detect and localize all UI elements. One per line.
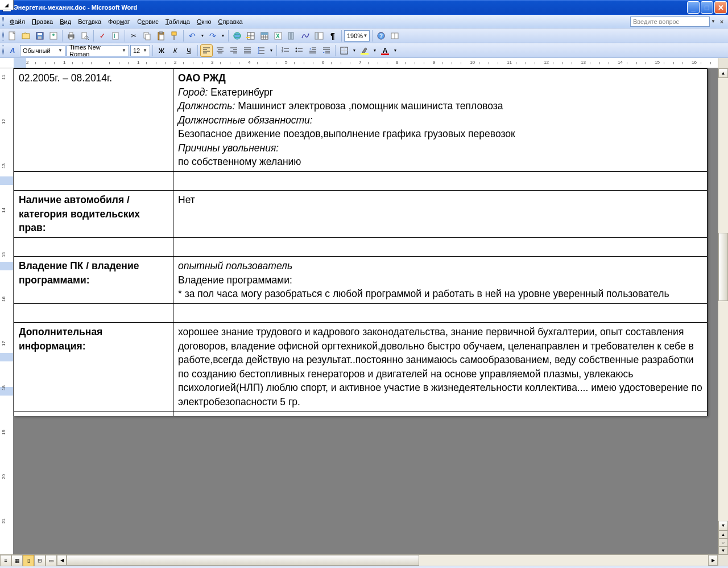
bold-button[interactable]: Ж <box>155 44 168 57</box>
copy-button[interactable] <box>141 30 154 42</box>
scroll-right-button[interactable]: ▶ <box>708 555 718 566</box>
web-view-button[interactable]: ▦ <box>11 555 23 566</box>
underline-button[interactable]: Ч <box>183 44 195 57</box>
font-color-dd[interactable]: ▼ <box>392 44 398 57</box>
outline-view-button[interactable]: ⊟ <box>34 555 46 566</box>
save-button[interactable] <box>34 30 46 42</box>
align-right-button[interactable] <box>228 44 240 57</box>
highlight-dd[interactable]: ▼ <box>372 44 378 57</box>
menu-service[interactable]: Сервис <box>134 17 162 26</box>
borders-dd[interactable]: ▼ <box>351 44 357 57</box>
permissions-button[interactable] <box>47 30 60 42</box>
dates-cell[interactable]: 02.2005г. – 08.2014г. <box>14 69 173 172</box>
line-spacing-dd[interactable]: ▼ <box>268 44 274 57</box>
highlight-button[interactable] <box>358 44 371 57</box>
numbered-list-button[interactable]: 12 <box>279 44 292 57</box>
print-preview-button[interactable] <box>78 30 91 42</box>
borders-button[interactable] <box>338 44 350 57</box>
spellcheck-button[interactable]: ✓ <box>96 30 109 42</box>
menu-help[interactable]: Справка <box>215 17 246 26</box>
menu-window[interactable]: Окно <box>193 17 215 26</box>
normal-view-button[interactable]: ≡ <box>0 555 11 566</box>
open-button[interactable] <box>20 30 32 42</box>
doc-map-button[interactable] <box>313 30 325 42</box>
next-page-button[interactable]: ▼ <box>718 546 728 554</box>
car-label-cell[interactable]: Наличие автомобиля / категория водительс… <box>14 191 173 238</box>
menu-view[interactable]: Вид <box>56 17 75 26</box>
vertical-scrollbar[interactable]: ▲ ▼ ▲ ○ ▼ <box>718 68 728 554</box>
minimize-button[interactable]: _ <box>687 1 700 14</box>
close-button[interactable]: ✕ <box>714 1 727 14</box>
align-left-button[interactable] <box>200 44 213 57</box>
reading-view-button[interactable]: ▭ <box>46 555 57 566</box>
menu-insert[interactable]: Вставка <box>75 17 105 26</box>
align-center-button[interactable] <box>214 44 226 57</box>
insert-table-button[interactable] <box>258 30 271 42</box>
hscroll-thumb[interactable] <box>67 555 419 566</box>
svg-rect-15 <box>146 34 150 40</box>
help-button[interactable]: ? <box>375 30 387 42</box>
vscroll-thumb[interactable] <box>718 233 728 301</box>
job-details-cell[interactable]: ОАО РЖД Город: Екатеринбург Должность: М… <box>173 69 708 172</box>
browse-object-button[interactable]: ○ <box>718 538 728 546</box>
pc-label-cell[interactable]: Владение ПК / владение программами: <box>14 257 173 304</box>
horizontal-scrollbar[interactable]: ◀ ▶ <box>57 555 718 566</box>
menu-file[interactable]: Файл <box>6 17 28 26</box>
redo-button[interactable]: ↷ <box>206 30 219 42</box>
scroll-up-button[interactable]: ▲ <box>718 68 728 78</box>
tables-borders-button[interactable] <box>245 30 257 42</box>
line-spacing-button[interactable] <box>255 44 267 57</box>
show-formatting-button[interactable]: ¶ <box>326 30 339 42</box>
undo-button[interactable]: ↶ <box>186 30 198 42</box>
doc-close-button[interactable]: × <box>718 18 726 25</box>
decrease-indent-button[interactable] <box>307 44 319 57</box>
horizontal-ruler[interactable]: 2112345678910111213141516 <box>14 58 708 68</box>
svg-rect-7 <box>69 32 73 35</box>
columns-button[interactable] <box>286 30 298 42</box>
scroll-left-button[interactable]: ◀ <box>57 555 67 566</box>
maximize-button[interactable]: □ <box>701 1 713 14</box>
toolbar-grip[interactable] <box>2 31 4 41</box>
vertical-ruler[interactable]: 1112131415161718192021 <box>0 68 14 554</box>
hscroll-track[interactable] <box>67 555 708 566</box>
vscroll-track[interactable] <box>718 78 728 521</box>
font-combo[interactable]: Times New Roman▼ <box>67 45 129 56</box>
menu-table[interactable]: Таблица <box>162 17 193 26</box>
addinfo-value-cell[interactable]: хорошее знание трудового и кадрового зак… <box>173 323 708 411</box>
cut-button[interactable]: ✂ <box>127 30 140 42</box>
scroll-down-button[interactable]: ▼ <box>718 521 728 530</box>
menu-format[interactable]: Формат <box>105 17 134 26</box>
document-area[interactable]: 02.2005г. – 08.2014г. ОАО РЖД Город: Ека… <box>14 68 718 554</box>
font-size-combo[interactable]: 12▼ <box>130 45 150 56</box>
car-value-cell[interactable]: Нет <box>173 191 708 238</box>
style-combo[interactable]: Обычный▼ <box>20 45 65 56</box>
menu-edit[interactable]: Правка <box>28 17 56 26</box>
font-color-button[interactable]: A <box>379 44 391 57</box>
prev-page-button[interactable]: ▲ <box>718 530 728 538</box>
help-search-input[interactable]: Введите вопрос <box>630 17 710 27</box>
hyperlink-button[interactable] <box>231 30 243 42</box>
menubar-grip[interactable] <box>2 17 4 26</box>
drawing-button[interactable] <box>299 30 312 42</box>
research-button[interactable] <box>110 30 122 42</box>
print-view-button[interactable]: ▯ <box>23 555 34 566</box>
increase-indent-button[interactable] <box>320 44 333 57</box>
styles-pane-button[interactable]: A <box>6 44 19 57</box>
bullet-list-button[interactable] <box>293 44 305 57</box>
excel-button[interactable]: X <box>272 30 284 42</box>
ruler-corner[interactable]: ◢ <box>0 0 14 10</box>
print-button[interactable] <box>65 30 77 42</box>
italic-button[interactable]: К <box>169 44 181 57</box>
fmt-toolbar-grip[interactable] <box>2 46 4 56</box>
zoom-combo[interactable]: 190%▼ <box>344 30 370 42</box>
read-mode-button[interactable] <box>388 30 401 42</box>
undo-dropdown[interactable]: ▼ <box>200 30 205 42</box>
align-justify-button[interactable] <box>241 44 254 57</box>
new-doc-button[interactable] <box>6 30 19 42</box>
redo-dropdown[interactable]: ▼ <box>220 30 226 42</box>
addinfo-label-cell[interactable]: Дополнительная информация: <box>14 323 173 411</box>
paste-button[interactable] <box>155 30 167 42</box>
help-dropdown-icon[interactable]: ▼ <box>710 19 717 24</box>
pc-value-cell[interactable]: опытный пользователь Владение программам… <box>173 257 708 304</box>
format-painter-button[interactable] <box>168 30 181 42</box>
